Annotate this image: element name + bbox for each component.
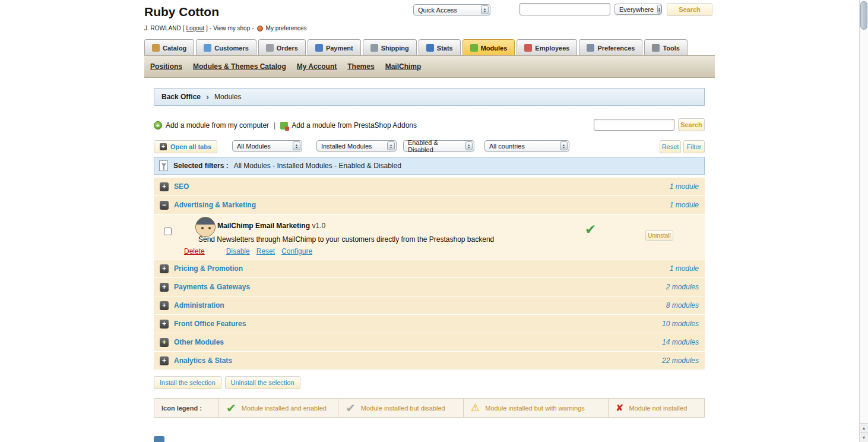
category-row-other-modules[interactable]: + Other Modules 14 modules bbox=[154, 333, 705, 351]
expand-icon[interactable]: + bbox=[160, 356, 169, 365]
expand-icon[interactable]: + bbox=[160, 320, 169, 329]
expand-icon[interactable]: + bbox=[160, 301, 169, 310]
mailchimp-logo-icon bbox=[195, 217, 216, 237]
global-search-button[interactable]: Search bbox=[667, 3, 712, 16]
global-search-input[interactable] bbox=[519, 3, 610, 15]
bracket-right: ] bbox=[206, 25, 208, 31]
legend-item-warnings: ⚠ Module installed but with warnings bbox=[464, 399, 609, 417]
open-all-tabs-button[interactable]: + Open all tabs bbox=[154, 140, 217, 153]
category-row-payments-gateways[interactable]: + Payments & Gateways 2 modules bbox=[154, 278, 705, 296]
main-tab-bar: Catalog Customers Orders Payment Shippin… bbox=[144, 39, 688, 56]
pipe-separator: | bbox=[274, 121, 275, 130]
select-stepper-icon: ▲▼ bbox=[657, 5, 661, 14]
tab-tools[interactable]: Tools bbox=[644, 39, 688, 56]
tab-payment[interactable]: Payment bbox=[308, 39, 361, 56]
submenu-item-positions[interactable]: Positions bbox=[150, 62, 182, 71]
vertical-scrollbar[interactable]: ▲ ▼ bbox=[859, 0, 868, 442]
apply-filter-button[interactable]: Filter bbox=[683, 140, 705, 153]
module-actions: Delete Disable Reset Configure bbox=[184, 247, 319, 255]
employees-icon bbox=[524, 44, 532, 52]
uninstall-button[interactable]: Uninstall bbox=[645, 231, 673, 241]
category-row-advertising-marketing[interactable]: − Advertising & Marketing 1 module bbox=[154, 196, 705, 214]
module-search-input[interactable] bbox=[594, 119, 674, 131]
module-title: MailChimp Email Marketing v1.0 bbox=[217, 222, 325, 230]
select-stepper-icon: ▲▼ bbox=[293, 141, 300, 150]
category-row-front-office-features[interactable]: + Front Office Features 10 modules bbox=[154, 315, 705, 333]
tab-customers[interactable]: Customers bbox=[196, 39, 256, 56]
submenu-item-my-account[interactable]: My Account bbox=[297, 62, 337, 71]
submenu-item-modules-themes-catalog[interactable]: Modules & Themes Catalog bbox=[193, 62, 286, 71]
expand-icon[interactable]: + bbox=[160, 264, 169, 273]
my-preferences-link[interactable]: My preferences bbox=[266, 25, 307, 31]
icon-legend: Icon legend : ✔ Module installed and ena… bbox=[154, 398, 705, 418]
category-row-administration[interactable]: + Administration 8 modules bbox=[154, 296, 705, 314]
collapse-icon[interactable]: − bbox=[160, 201, 169, 210]
view-shop-link[interactable]: View my shop bbox=[213, 25, 250, 31]
select-stepper-icon: ▲▼ bbox=[481, 5, 489, 14]
tab-shipping[interactable]: Shipping bbox=[363, 39, 417, 56]
tab-catalog[interactable]: Catalog bbox=[144, 39, 194, 56]
bracket-left: [ bbox=[183, 25, 185, 31]
category-row-seo[interactable]: + SEO 1 module bbox=[154, 178, 705, 195]
reset-filters-button[interactable]: Reset bbox=[660, 140, 681, 153]
module-select-checkbox[interactable] bbox=[164, 228, 172, 235]
select-stepper-icon: ▲▼ bbox=[560, 141, 568, 150]
installed-filter-select[interactable]: Installed Modules ▲▼ bbox=[316, 140, 397, 151]
tab-preferences[interactable]: Preferences bbox=[579, 39, 642, 56]
tab-stats[interactable]: Stats bbox=[419, 39, 461, 56]
legend-item-disabled: ✔ Module installed but disabled bbox=[338, 399, 464, 417]
tab-orders[interactable]: Orders bbox=[258, 39, 306, 56]
logout-link[interactable]: Logout bbox=[186, 25, 204, 31]
disable-link[interactable]: Disable bbox=[226, 247, 250, 255]
uninstall-selection-button[interactable]: Uninstall the selection bbox=[225, 376, 300, 389]
module-type-select[interactable]: All Modules ▲▼ bbox=[232, 140, 302, 151]
legend-item-not-installed: ✘ Module not installed bbox=[609, 399, 704, 417]
submenu-item-mailchimp[interactable]: MailChimp bbox=[385, 62, 422, 71]
enabled-filter-select[interactable]: Enabled & Disabled ▲▼ bbox=[403, 140, 474, 151]
prestashop-back-office: Ruby Cotton J. ROWLAND [ Logout ] - View… bbox=[0, 0, 868, 442]
expand-all-icon: + bbox=[160, 143, 167, 150]
selection-actions: Install the selection Uninstall the sele… bbox=[154, 376, 300, 389]
tools-icon bbox=[652, 44, 660, 52]
shop-name: Ruby Cotton bbox=[144, 5, 219, 19]
warning-icon: ⚠ bbox=[471, 402, 480, 414]
filter-icon bbox=[159, 160, 168, 171]
shipping-icon bbox=[370, 44, 378, 52]
category-row-pricing-promotion[interactable]: + Pricing & Promotion 1 module bbox=[154, 260, 705, 277]
expand-icon[interactable]: + bbox=[160, 283, 169, 292]
legend-item-enabled: ✔ Module installed and enabled bbox=[219, 399, 338, 417]
orders-icon bbox=[266, 44, 274, 52]
module-row-mailchimp: MailChimp Email Marketing v1.0 Send News… bbox=[154, 214, 705, 259]
reset-link[interactable]: Reset bbox=[256, 247, 275, 255]
preferences-icon bbox=[587, 44, 594, 52]
breadcrumb-root[interactable]: Back Office bbox=[161, 93, 201, 101]
user-avatar-icon bbox=[257, 26, 263, 31]
module-search-button[interactable]: Search bbox=[678, 118, 705, 131]
footer-strip bbox=[154, 436, 164, 442]
category-row-analytics-stats[interactable]: + Analytics & Stats 22 modules bbox=[154, 352, 705, 370]
submenu-item-themes[interactable]: Themes bbox=[347, 62, 374, 71]
scrollbar-thumb[interactable] bbox=[860, 1, 867, 30]
select-stepper-icon: ▲▼ bbox=[465, 141, 473, 150]
selected-filters-value: All Modules - Installed Modules - Enable… bbox=[234, 162, 401, 170]
search-scope-select[interactable]: Everywhere ▲▼ bbox=[614, 4, 662, 15]
scroll-up-button[interactable]: ▲ bbox=[860, 423, 868, 432]
submenu-bar: Positions Modules & Themes Catalog My Ac… bbox=[144, 55, 715, 78]
quick-access-select[interactable]: Quick Access ▲▼ bbox=[413, 4, 490, 15]
delete-link[interactable]: Delete bbox=[184, 247, 205, 255]
add-module-from-addons-link[interactable]: Add a module from PrestaShop Addons bbox=[280, 121, 417, 130]
tab-employees[interactable]: Employees bbox=[517, 39, 577, 56]
tab-modules[interactable]: Modules bbox=[462, 39, 515, 56]
country-filter-select[interactable]: All countries ▲▼ bbox=[484, 140, 569, 151]
configure-link[interactable]: Configure bbox=[281, 247, 312, 255]
scroll-down-button[interactable]: ▼ bbox=[860, 432, 868, 442]
breadcrumb-separator-icon: › bbox=[206, 94, 209, 100]
expand-icon[interactable]: + bbox=[160, 182, 169, 191]
expand-icon[interactable]: + bbox=[160, 338, 169, 347]
install-selection-button[interactable]: Install the selection bbox=[154, 376, 221, 389]
check-gray-icon: ✔ bbox=[346, 401, 356, 415]
quick-access-value: Quick Access bbox=[418, 7, 457, 14]
selected-filters-label: Selected filters : bbox=[173, 162, 229, 170]
catalog-icon bbox=[152, 44, 160, 52]
add-module-from-computer-link[interactable]: + Add a module from my computer bbox=[154, 121, 269, 130]
